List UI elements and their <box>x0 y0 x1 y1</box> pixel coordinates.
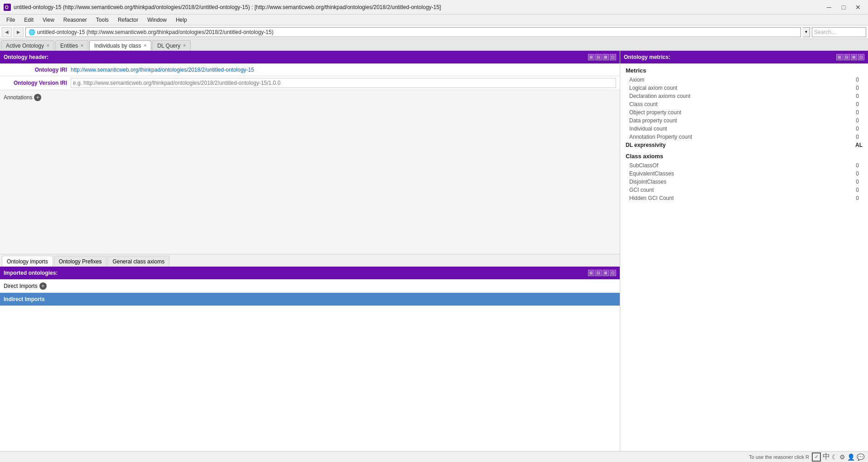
header-ctrl-4[interactable]: ⊡ <box>610 54 616 60</box>
menu-edit[interactable]: Edit <box>19 15 38 25</box>
metric-individual: Individual count 0 <box>620 125 868 133</box>
metric-equivalent-classes: EquivalentClasses 0 <box>620 170 868 178</box>
metric-data-property-value: 0 <box>856 117 859 124</box>
tab-dl-query[interactable]: DL Query × <box>152 40 191 50</box>
menu-file[interactable]: File <box>2 15 19 25</box>
iri-label: Ontology IRI <box>4 67 67 73</box>
menu-bar: File Edit View Reasoner Tools Refactor W… <box>0 15 868 25</box>
status-icon-user[interactable]: 👤 <box>847 453 855 461</box>
empty-space <box>0 306 620 462</box>
imported-ctrl-2[interactable]: ⊟ <box>595 270 602 276</box>
menu-help[interactable]: Help <box>171 15 192 25</box>
metric-dl-expressivity-value: AL <box>855 142 863 148</box>
direct-imports-label: Direct Imports <box>4 283 38 289</box>
imported-ctrl-4[interactable]: ⊡ <box>610 270 616 276</box>
address-dropdown-button[interactable]: ▼ <box>803 27 810 37</box>
header-ctrl-1[interactable]: ⊞ <box>588 54 594 60</box>
metric-gci-count-label: GCI count <box>629 187 654 193</box>
metrics-ctrl-4[interactable]: ⊡ <box>858 54 864 60</box>
title-bar-controls: ─ □ ✕ <box>823 3 864 12</box>
metrics-ctrl-3[interactable]: ⊠ <box>851 54 857 60</box>
status-icon-gear[interactable]: ⚙ <box>839 453 845 461</box>
header-ctrl-3[interactable]: ⊠ <box>603 54 609 60</box>
metric-subclassof-label: SubClassOf <box>629 162 658 169</box>
tab-entities[interactable]: Entities × <box>55 40 88 50</box>
tab-individuals-by-class[interactable]: Individuals by class × <box>89 40 151 50</box>
status-icon-moon[interactable]: ☾ <box>832 453 838 461</box>
minimize-button[interactable]: ─ <box>823 3 835 12</box>
close-button[interactable]: ✕ <box>852 3 864 12</box>
annotations-container: Annotations + <box>0 90 620 254</box>
tab-dl-query-close[interactable]: × <box>183 44 186 48</box>
class-axioms-section-title: Class axioms <box>620 149 868 161</box>
metrics-header-controls: ⊞ ⊟ ⊠ ⊡ <box>836 54 864 60</box>
metric-axiom-label: Axiom <box>629 77 644 83</box>
ontology-header-controls: ⊞ ⊟ ⊠ ⊡ <box>588 54 616 60</box>
metrics-scroll-space <box>620 202 868 248</box>
left-panel: Ontology header: ⊞ ⊟ ⊠ ⊡ Ontology IRI ht… <box>0 51 620 462</box>
status-icon-chinese[interactable]: 中 <box>823 452 830 462</box>
imported-ctrl-3[interactable]: ⊠ <box>603 270 609 276</box>
add-direct-import-button[interactable]: + <box>39 282 47 290</box>
metric-individual-value: 0 <box>856 126 859 132</box>
imported-ontologies-title: Imported ontologies: <box>4 270 58 276</box>
search-box[interactable]: Search... <box>812 27 866 37</box>
indirect-imports-label: Indirect Imports <box>4 296 45 302</box>
metric-declaration-label: Declaration axioms count <box>629 93 690 99</box>
app-icon: O <box>4 4 11 11</box>
metric-object-property-value: 0 <box>856 109 859 116</box>
import-tab-ontology-imports[interactable]: Ontology imports <box>2 256 53 267</box>
annotations-label: Annotations <box>4 94 32 101</box>
metrics-ctrl-1[interactable]: ⊞ <box>836 54 843 60</box>
add-annotation-button[interactable]: + <box>34 94 41 101</box>
metric-disjoint-classes-value: 0 <box>856 179 859 185</box>
metric-axiom: Axiom 0 <box>620 76 868 84</box>
menu-tools[interactable]: Tools <box>92 15 113 25</box>
maximize-button[interactable]: □ <box>837 3 850 12</box>
metrics-ctrl-2[interactable]: ⊟ <box>844 54 850 60</box>
tab-active-ontology[interactable]: Active Ontology × <box>1 40 54 50</box>
tab-entities-close[interactable]: × <box>81 44 83 48</box>
metric-dl-expressivity: DL expressivity AL <box>620 141 868 149</box>
status-icon-chat[interactable]: 💬 <box>857 453 864 461</box>
forward-button[interactable]: ▶ <box>14 27 24 37</box>
tab-individuals-close[interactable]: × <box>144 44 146 48</box>
metric-disjoint-classes: DisjointClasses 0 <box>620 178 868 186</box>
status-icon-check[interactable]: ✓ <box>812 452 821 462</box>
metric-dl-expressivity-label: DL expressivity <box>626 142 666 148</box>
tab-dl-query-label: DL Query <box>157 43 180 49</box>
metric-object-property: Object property count 0 <box>620 108 868 117</box>
main-content: Ontology header: ⊞ ⊟ ⊠ ⊡ Ontology IRI ht… <box>0 51 868 462</box>
menu-refactor[interactable]: Refactor <box>113 15 143 25</box>
tab-active-ontology-close[interactable]: × <box>47 44 49 48</box>
metric-declaration: Declaration axioms count 0 <box>620 92 868 100</box>
ontology-header-title: Ontology header: <box>4 54 48 60</box>
metrics-section-title: Metrics <box>620 63 868 76</box>
iri-value[interactable]: http://www.semanticweb.org/thinkpad/onto… <box>71 67 616 73</box>
metric-annotation-property: Annotation Property count 0 <box>620 133 868 141</box>
import-tab-prefixes[interactable]: Ontology Prefixes <box>54 256 107 267</box>
ontology-metrics-section-header: Ontology metrics: ⊞ ⊟ ⊠ ⊡ <box>620 51 868 63</box>
iri-row: Ontology IRI http://www.semanticweb.org/… <box>0 63 620 76</box>
imported-ctrl-1[interactable]: ⊞ <box>588 270 594 276</box>
back-button[interactable]: ◀ <box>2 27 12 37</box>
metric-logical-axiom: Logical axiom count 0 <box>620 84 868 92</box>
metric-object-property-label: Object property count <box>629 109 681 116</box>
metric-annotation-property-label: Annotation Property count <box>629 134 692 140</box>
address-input-container[interactable]: 🌐 untitled-ontology-15 (http://www.seman… <box>25 27 801 37</box>
metric-equivalent-classes-value: 0 <box>856 170 859 177</box>
menu-view[interactable]: View <box>38 15 59 25</box>
address-bar: ◀ ▶ 🌐 untitled-ontology-15 (http://www.s… <box>0 25 868 39</box>
version-iri-row: Ontology Version IRI <box>0 76 620 90</box>
header-ctrl-2[interactable]: ⊟ <box>595 54 602 60</box>
import-tab-class-axioms[interactable]: General class axioms <box>107 256 169 267</box>
metric-subclassof-value: 0 <box>856 162 859 169</box>
menu-reasoner[interactable]: Reasoner <box>59 15 92 25</box>
menu-window[interactable]: Window <box>143 15 171 25</box>
metric-hidden-gci-label: Hidden GCI Count <box>629 195 674 201</box>
metric-declaration-value: 0 <box>856 93 859 99</box>
import-tab-prefixes-label: Ontology Prefixes <box>59 258 102 265</box>
version-iri-input[interactable] <box>71 78 616 88</box>
metric-subclassof: SubClassOf 0 <box>620 161 868 170</box>
svg-text:O: O <box>5 5 9 10</box>
